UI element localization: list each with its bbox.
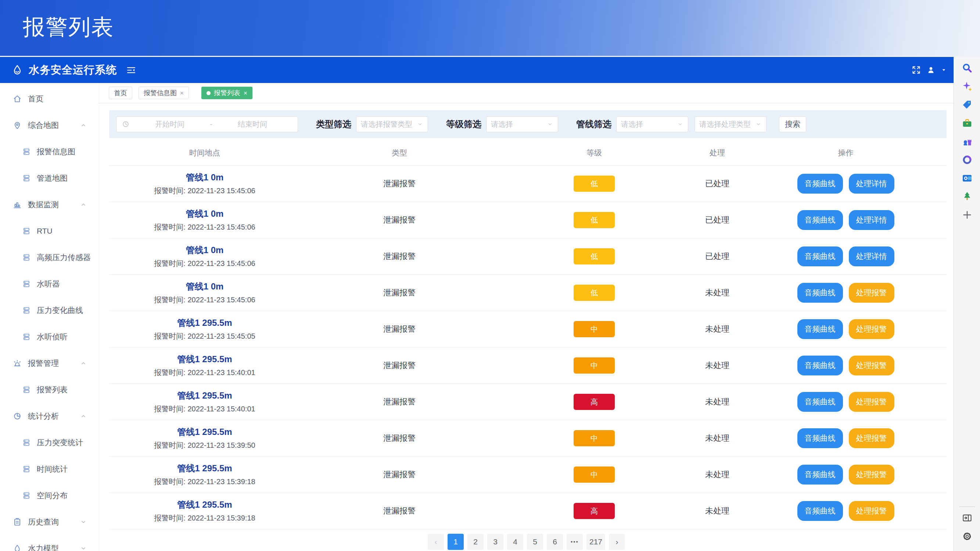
handle-detail-button[interactable]: 处理详情 xyxy=(849,210,894,230)
menu-fold-icon[interactable] xyxy=(126,65,137,76)
shopping-tag-icon[interactable] xyxy=(961,98,974,111)
active-tab-dot xyxy=(207,91,210,95)
page-button-3[interactable]: 3 xyxy=(487,534,503,550)
alarm-type: 泄漏报警 xyxy=(300,324,499,335)
user-icon[interactable] xyxy=(926,65,935,75)
chevron-up-icon xyxy=(80,122,87,129)
sidebar-item-0[interactable]: 首页 xyxy=(0,86,99,112)
page-button-2[interactable]: 2 xyxy=(468,534,484,550)
audio-curve-button[interactable]: 音频曲线 xyxy=(797,501,843,521)
close-tab-icon[interactable]: × xyxy=(243,90,247,96)
server-icon xyxy=(22,253,31,262)
level-badge: 中 xyxy=(574,357,615,373)
sidebar-item-10[interactable]: 报警管理 xyxy=(0,350,99,376)
close-tab-icon[interactable]: × xyxy=(180,90,184,96)
audio-curve-button[interactable]: 音频曲线 xyxy=(797,283,843,303)
date-range-input[interactable]: 开始时间 - 结束时间 xyxy=(116,116,298,132)
level-badge: 中 xyxy=(574,467,615,483)
level-select[interactable]: 请选择 xyxy=(486,116,558,132)
sidebar-item-15[interactable]: 空间分布 xyxy=(0,482,99,509)
pipeline-select[interactable]: 请选择 xyxy=(616,116,688,132)
alarm-type: 泄漏报警 xyxy=(300,505,499,516)
page-banner: 报警列表 xyxy=(0,0,980,57)
handle-alarm-button[interactable]: 处理报警 xyxy=(849,428,894,448)
pipeline-placeholder: 请选择 xyxy=(621,119,643,129)
tab-0[interactable]: 首页 xyxy=(109,87,132,99)
sidebar-panel-icon[interactable] xyxy=(961,511,974,524)
filter-bar: 开始时间 - 结束时间 类型筛选 请选择报警类型 等级筛选 请选择 管线筛选 请… xyxy=(109,110,947,138)
sidebar-item-1[interactable]: 综合地图 xyxy=(0,112,99,138)
server-icon xyxy=(22,227,31,235)
map-pin-icon xyxy=(13,121,22,130)
sidebar-item-6[interactable]: 高频压力传感器 xyxy=(0,244,99,271)
sidebar-item-8[interactable]: 压力变化曲线 xyxy=(0,297,99,324)
page-button-6[interactable]: 6 xyxy=(547,534,563,550)
alarm-type-select[interactable]: 请选择报警类型 xyxy=(356,116,428,132)
settings-gear-icon[interactable] xyxy=(961,530,974,543)
outlook-icon[interactable] xyxy=(961,171,974,185)
handle-type-select[interactable]: 请选择处理类型 xyxy=(695,116,767,132)
sidebar-item-4[interactable]: 数据监测 xyxy=(0,191,99,218)
prev-page-button[interactable]: ‹ xyxy=(428,534,444,550)
add-icon[interactable] xyxy=(961,208,974,221)
level-cell: 低 xyxy=(499,285,690,301)
m365-icon[interactable] xyxy=(961,153,974,167)
audio-curve-button[interactable]: 音频曲线 xyxy=(797,174,843,194)
handle-alarm-button[interactable]: 处理报警 xyxy=(849,319,894,339)
tab-2[interactable]: 报警列表× xyxy=(201,87,253,99)
sidebar-item-5[interactable]: RTU xyxy=(0,218,99,244)
handle-alarm-button[interactable]: 处理报警 xyxy=(849,392,894,412)
pipeline-location: 管线1 295.5m xyxy=(109,426,300,438)
sidebar-item-14[interactable]: 时间统计 xyxy=(0,456,99,482)
time-location-cell: 管线1 295.5m 报警时间: 2022-11-23 15:45:05 xyxy=(109,317,300,341)
tab-1[interactable]: 报警信息图× xyxy=(138,87,189,99)
next-page-button[interactable]: › xyxy=(609,534,625,550)
edge-search-icon[interactable] xyxy=(961,61,974,75)
audio-curve-button[interactable]: 音频曲线 xyxy=(797,246,843,266)
audio-curve-button[interactable]: 音频曲线 xyxy=(797,319,843,339)
page-button-1[interactable]: 1 xyxy=(447,534,464,550)
audio-curve-button[interactable]: 音频曲线 xyxy=(797,356,843,375)
page-button-5[interactable]: 5 xyxy=(527,534,543,550)
sidebar-nav: 首页综合地图报警信息图管道地图数据监测RTU高频压力传感器水听器压力变化曲线水听… xyxy=(0,83,99,551)
toolbox-icon[interactable] xyxy=(961,116,974,130)
sidebar-item-2[interactable]: 报警信息图 xyxy=(0,138,99,165)
audio-curve-button[interactable]: 音频曲线 xyxy=(797,465,843,484)
handle-status: 未处理 xyxy=(690,287,745,298)
sidebar-item-16[interactable]: 历史查询 xyxy=(0,509,99,535)
sidebar-item-label: 时间统计 xyxy=(37,464,68,474)
strip-divider xyxy=(959,507,975,507)
handle-alarm-button[interactable]: 处理报警 xyxy=(849,283,894,303)
handle-alarm-button[interactable]: 处理报警 xyxy=(849,356,894,375)
chevron-down-icon xyxy=(80,545,87,551)
tree-game-icon[interactable] xyxy=(961,190,974,203)
audio-curve-button[interactable]: 音频曲线 xyxy=(797,392,843,412)
handle-alarm-button[interactable]: 处理报警 xyxy=(849,501,894,521)
fullscreen-icon[interactable] xyxy=(911,65,921,75)
sidebar-item-7[interactable]: 水听器 xyxy=(0,271,99,297)
page-button-217[interactable]: 217 xyxy=(587,534,605,550)
sidebar-item-11[interactable]: 报警列表 xyxy=(0,376,99,403)
alarm-table: 时间地点类型等级处理操作 管线1 0m 报警时间: 2022-11-23 15:… xyxy=(109,138,947,529)
audio-curve-button[interactable]: 音频曲线 xyxy=(797,210,843,230)
handle-detail-button[interactable]: 处理详情 xyxy=(849,246,894,266)
actions-cell: 音频曲线处理报警 xyxy=(745,465,947,484)
sidebar-item-9[interactable]: 水听侦听 xyxy=(0,324,99,350)
alarm-time: 报警时间: 2022-11-23 15:45:06 xyxy=(109,259,300,268)
handle-detail-button[interactable]: 处理详情 xyxy=(849,174,894,194)
sidebar-item-3[interactable]: 管道地图 xyxy=(0,165,99,191)
level-cell: 中 xyxy=(499,467,690,483)
handle-alarm-button[interactable]: 处理报警 xyxy=(849,465,894,484)
alarm-type: 泄漏报警 xyxy=(300,251,499,262)
page-ellipsis[interactable]: ••• xyxy=(566,534,583,550)
sidebar-item-13[interactable]: 压力突变统计 xyxy=(0,429,99,456)
user-caret-down-icon[interactable] xyxy=(941,67,947,73)
audio-curve-button[interactable]: 音频曲线 xyxy=(797,428,843,448)
games-icon[interactable] xyxy=(961,135,974,148)
level-cell: 低 xyxy=(499,248,690,265)
copilot-icon[interactable] xyxy=(961,80,974,93)
sidebar-item-17[interactable]: 水力模型 xyxy=(0,535,99,551)
page-button-4[interactable]: 4 xyxy=(507,534,523,550)
search-button[interactable]: 搜索 xyxy=(779,116,806,132)
sidebar-item-12[interactable]: 统计分析 xyxy=(0,403,99,429)
